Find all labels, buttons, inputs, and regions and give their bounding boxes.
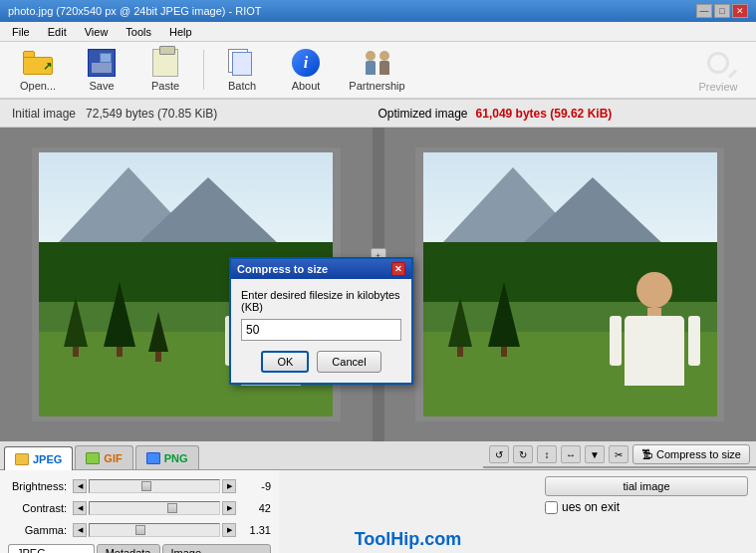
brightness-right-arrow[interactable]: ▶ xyxy=(222,479,236,493)
dialog-buttons: OK Cancel xyxy=(241,351,401,373)
menu-view[interactable]: View xyxy=(77,24,117,40)
title-controls: — □ ✕ xyxy=(696,4,748,18)
dialog-overlay: Compress to size ✕ Enter desired filesiz… xyxy=(0,128,756,441)
contrast-label: Contrast: xyxy=(8,502,73,514)
flip-h-btn[interactable]: ↔ xyxy=(561,445,581,463)
paste-button[interactable]: Paste xyxy=(135,45,195,95)
brightness-label: Brightness: xyxy=(8,480,73,492)
gamma-right-arrow[interactable]: ▶ xyxy=(222,523,236,537)
contrast-row: Contrast: ◀ ▶ 42 xyxy=(8,498,271,518)
partnership-button[interactable]: Partnership xyxy=(340,45,414,95)
sub-tab-jpeg-options[interactable]: JPEG Options xyxy=(8,544,95,553)
brightness-value: -9 xyxy=(236,480,271,492)
sub-tabs: JPEG Options Metadata Image adjustments xyxy=(8,544,271,553)
tab-gif[interactable]: GIF xyxy=(75,445,132,469)
save-icon xyxy=(86,48,118,78)
dialog-body: Enter desired filesize in kilobytes (KB)… xyxy=(231,279,411,383)
dialog-title: Compress to size xyxy=(237,263,328,275)
toolhip-title: ToolHip.com xyxy=(297,529,519,550)
partnership-icon xyxy=(362,48,393,78)
title-bar: photo.jpg (720x540 px @ 24bit JPEG image… xyxy=(0,0,756,22)
jpeg-tab-label: JPEG xyxy=(33,453,62,465)
checkbox-label: ues on exit xyxy=(562,500,620,514)
menu-help[interactable]: Help xyxy=(161,24,200,40)
minimize-btn[interactable]: — xyxy=(696,4,712,18)
gif-tab-label: GIF xyxy=(104,452,122,464)
compress-dialog: Compress to size ✕ Enter desired filesiz… xyxy=(229,257,413,385)
menu-tools[interactable]: Tools xyxy=(118,24,159,40)
crop-btn[interactable]: ✂ xyxy=(609,445,629,463)
optimized-image-info: Optimized image 61,049 bytes (59.62 KiB) xyxy=(378,107,745,121)
contrast-slider[interactable] xyxy=(89,501,220,515)
checkbox-row: ues on exit xyxy=(545,500,748,514)
paste-icon xyxy=(149,48,181,78)
menu-file[interactable]: File xyxy=(4,24,38,40)
rotate-ccw-btn[interactable]: ↺ xyxy=(489,445,509,463)
maximize-btn[interactable]: □ xyxy=(714,4,730,18)
menu-edit[interactable]: Edit xyxy=(40,24,75,40)
about-icon: i xyxy=(290,48,322,78)
initial-image-button[interactable]: tial image xyxy=(545,476,748,496)
controls-area: Brightness: ◀ ▶ -9 Contrast: ◀ ▶ 42 xyxy=(0,470,756,553)
main-content: + 1:1 ⊞ ⊟ xyxy=(0,128,756,441)
dialog-cancel-button[interactable]: Cancel xyxy=(317,351,380,373)
save-label: Save xyxy=(89,80,114,92)
tab-jpeg[interactable]: JPEG xyxy=(4,446,73,470)
compress-to-size-button[interactable]: 🗜 Compress to size xyxy=(632,444,750,464)
batch-label: Batch xyxy=(228,80,256,92)
gamma-value: 1.31 xyxy=(236,524,271,536)
exit-checkbox[interactable] xyxy=(545,501,558,514)
about-button[interactable]: i About xyxy=(276,45,336,95)
gamma-left-arrow[interactable]: ◀ xyxy=(73,523,87,537)
about-label: About xyxy=(292,80,321,92)
optimized-size: 61,049 bytes (59.62 KiB) xyxy=(476,107,613,121)
format-tabs: JPEG GIF PNG xyxy=(0,441,483,469)
right-controls: tial image ues on exit xyxy=(537,470,756,553)
dialog-close-button[interactable]: ✕ xyxy=(391,262,405,276)
dialog-title-bar: Compress to size ✕ xyxy=(231,259,411,279)
toolbar: ↗ Open... Save Paste Batch i xyxy=(0,42,756,100)
initial-size: 72,549 bytes (70.85 KiB) xyxy=(86,107,217,121)
contrast-left-arrow[interactable]: ◀ xyxy=(73,501,87,515)
format-tabs-area: JPEG GIF PNG ↺ ↻ ↕ ↔ ▼ ✂ 🗜 Compress to s… xyxy=(0,441,756,470)
brightness-left-arrow[interactable]: ◀ xyxy=(73,479,87,493)
toolhip-area: ToolHip.com A Free Software World To Dow… xyxy=(287,519,529,553)
image-info-bar: Initial image 72,549 bytes (70.85 KiB) O… xyxy=(0,100,756,128)
optimized-label: Optimized image xyxy=(378,107,468,121)
close-btn[interactable]: ✕ xyxy=(732,4,748,18)
filesize-input[interactable] xyxy=(241,319,401,341)
initial-label: Initial image xyxy=(12,107,76,121)
left-controls: Brightness: ◀ ▶ -9 Contrast: ◀ ▶ 42 xyxy=(0,470,279,553)
gamma-slider[interactable] xyxy=(89,523,220,537)
filter-btn[interactable]: ▼ xyxy=(585,445,605,463)
dialog-label: Enter desired filesize in kilobytes (KB) xyxy=(241,289,401,313)
paste-label: Paste xyxy=(151,80,179,92)
initial-image-info: Initial image 72,549 bytes (70.85 KiB) xyxy=(12,107,378,121)
gamma-row: Gamma: ◀ ▶ 1.31 xyxy=(8,520,271,540)
preview-button[interactable]: Preview xyxy=(688,45,748,95)
toolbar-separator xyxy=(203,50,204,90)
center-area: ToolHip.com A Free Software World To Dow… xyxy=(279,470,537,553)
open-label: Open... xyxy=(20,80,56,92)
menu-bar: File Edit View Tools Help xyxy=(0,22,756,42)
brightness-row: Brightness: ◀ ▶ -9 xyxy=(8,476,271,496)
rotate-cw-btn[interactable]: ↻ xyxy=(513,445,533,463)
flip-v-btn[interactable]: ↕ xyxy=(537,445,557,463)
sub-tab-image-adjustments[interactable]: Image adjustments xyxy=(162,544,272,553)
contrast-right-arrow[interactable]: ▶ xyxy=(222,501,236,515)
batch-button[interactable]: Batch xyxy=(212,45,272,95)
tab-png[interactable]: PNG xyxy=(135,445,199,469)
contrast-value: 42 xyxy=(236,502,271,514)
batch-icon xyxy=(226,48,258,78)
open-icon: ↗ xyxy=(22,48,54,78)
save-button[interactable]: Save xyxy=(72,45,131,95)
preview-label: Preview xyxy=(698,81,737,93)
sub-tab-metadata[interactable]: Metadata xyxy=(97,544,160,553)
open-button[interactable]: ↗ Open... xyxy=(8,45,68,95)
preview-icon xyxy=(702,47,734,79)
brightness-slider[interactable] xyxy=(89,479,220,493)
partnership-label: Partnership xyxy=(349,80,404,92)
right-toolbar: ↺ ↻ ↕ ↔ ▼ ✂ 🗜 Compress to size xyxy=(483,442,756,468)
dialog-ok-button[interactable]: OK xyxy=(261,351,309,373)
title-text: photo.jpg (720x540 px @ 24bit JPEG image… xyxy=(8,5,262,17)
